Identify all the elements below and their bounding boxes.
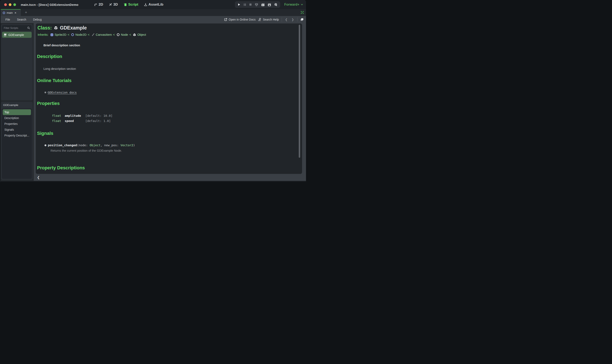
svg-text:DOC: DOC (4, 35, 6, 36)
zoom-window-button[interactable] (13, 3, 16, 6)
node-icon (117, 33, 120, 36)
sprite2d-icon (50, 33, 54, 36)
filter-scripts-box[interactable] (2, 25, 32, 31)
mode-assetlib-button[interactable]: AssetLib (144, 2, 164, 7)
properties-heading: Properties (37, 101, 60, 106)
class-label: Class: (37, 25, 52, 31)
tab-label: main (7, 11, 13, 14)
close-window-button[interactable] (4, 3, 7, 6)
property-type-link[interactable]: float (52, 114, 61, 117)
svg-text:DOC: DOC (258, 20, 261, 21)
signal-bullet-icon (44, 144, 46, 146)
outline-item-signals[interactable]: Signals (3, 127, 31, 132)
outline-list: Top Description Properties Signals Prope… (2, 108, 32, 179)
vertical-scrollbar[interactable] (299, 25, 300, 158)
object-cube-icon (54, 26, 58, 30)
scripts-dock: DOC GDExample GDExample Top Description … (0, 23, 34, 181)
pause-button[interactable] (244, 3, 246, 6)
play-current-scene-button[interactable] (261, 3, 264, 6)
outline-header: GDExample (1, 102, 33, 108)
canvasitem-brush-icon (91, 33, 95, 36)
search-icon (27, 26, 30, 29)
menu-bar-right: Open in Online Docs DOC Search Help ❮ ❯ (224, 16, 304, 23)
tutorial-link-line: GDExtension docs (44, 91, 77, 94)
tab-close-icon[interactable]: ✕ (14, 12, 16, 14)
property-type-link[interactable]: float (52, 119, 61, 123)
open-online-docs-button[interactable]: Open in Online Docs (224, 18, 255, 21)
title-bar: main.tscn - [Docs] GDExtensionDemo 2D 3D… (0, 0, 306, 9)
godot-editor-window: main.tscn - [Docs] GDExtensionDemo 2D 3D… (0, 0, 306, 182)
outline-item-top[interactable]: Top (3, 109, 31, 115)
movie-maker-mode-button[interactable] (274, 3, 278, 6)
long-description: Long description section (43, 67, 76, 70)
class-doc-icon: DOC (3, 33, 7, 36)
outline-item-properties[interactable]: Properties (3, 121, 31, 127)
menu-file[interactable]: File (5, 18, 10, 21)
outline-item-description[interactable]: Description (3, 115, 31, 121)
mode-3d-button[interactable]: 3D (109, 2, 118, 7)
signal-signature: position_changed(node: Object, new_pos: … (48, 143, 135, 147)
renderer-selector[interactable]: Forward+ (284, 3, 303, 6)
signal-arg-type-link[interactable]: Object (90, 143, 100, 147)
mode-2d-button[interactable]: 2D (94, 2, 103, 7)
play-button[interactable] (237, 3, 240, 6)
script-editor-body: DOC GDExample GDExample Top Description … (0, 23, 306, 182)
signal-arg-type-link[interactable]: Vector2 (120, 143, 133, 147)
history-forward-button[interactable]: ❯ (291, 18, 294, 21)
assetlib-download-icon (144, 3, 147, 6)
window-controls (4, 3, 16, 6)
class-reference-view: Class: GDExample Inherits: Sprite2D < No… (36, 24, 302, 174)
inherits-link-node[interactable]: Node (121, 33, 128, 36)
inherits-link-object[interactable]: Object (137, 33, 146, 36)
play-custom-scene-button[interactable] (268, 3, 271, 6)
window-left-edge (0, 9, 1, 182)
2d-mode-icon (94, 3, 97, 6)
property-name-link[interactable]: speed (65, 119, 74, 123)
scripts-panel: DOC GDExample (1, 24, 33, 100)
inherits-line: Inherits: Sprite2D < Node2D < CanvasItem… (38, 33, 146, 36)
script-mode-icon (123, 3, 127, 6)
play-scene-button[interactable] (255, 3, 258, 6)
separator (297, 17, 297, 22)
collapse-scripts-panel-button[interactable]: ❮ (37, 175, 40, 179)
inherits-link-canvasitem[interactable]: CanvasItem (96, 33, 112, 36)
filter-scripts-input[interactable] (4, 26, 27, 29)
mode-script-button[interactable]: Script (123, 2, 138, 7)
window-title: main.tscn - [Docs] GDExtensionDemo (21, 3, 78, 6)
property-name-link[interactable]: amplitude (65, 114, 81, 117)
script-item-gdexample[interactable]: DOC GDExample (2, 32, 32, 38)
class-outline-panel: GDExample Top Description Properties Sig… (1, 102, 33, 180)
stop-button[interactable] (249, 3, 252, 6)
outline-item-property-descriptions[interactable]: Property Descript... (3, 132, 31, 138)
menu-search[interactable]: Search (17, 18, 26, 21)
minimize-window-button[interactable] (9, 3, 12, 6)
search-help-icon: DOC (258, 18, 261, 21)
class-name: GDExample (60, 25, 87, 31)
property-default-value: [default: 1.0] (85, 119, 111, 123)
tab-main[interactable]: main ✕ (1, 9, 21, 16)
property-row-amplitude: float amplitude [default: 10.0] (36, 114, 302, 119)
signal-name-link[interactable]: position_changed (48, 143, 77, 147)
add-tab-button[interactable]: + (23, 10, 29, 15)
expand-editor-button[interactable] (301, 11, 304, 14)
gdextension-docs-link[interactable]: GDExtension docs (48, 91, 77, 94)
signal-row: position_changed(node: Object, new_pos: … (44, 143, 135, 147)
script-list: DOC GDExample (2, 32, 32, 38)
signals-heading: Signals (37, 131, 53, 136)
toggle-scripts-panel-button[interactable] (300, 18, 304, 21)
menu-debug[interactable]: Debug (33, 18, 42, 21)
renderer-label: Forward+ (284, 3, 299, 6)
scene-tab-bar: main ✕ + (0, 9, 306, 16)
search-help-button[interactable]: DOC Search Help (258, 18, 279, 21)
online-tutorials-heading: Online Tutorials (37, 78, 71, 83)
inherits-link-sprite2d[interactable]: Sprite2D (55, 33, 66, 36)
node2d-scene-icon (3, 12, 5, 14)
3d-mode-icon (109, 3, 112, 6)
external-link-icon (224, 18, 227, 21)
class-title-line: Class: GDExample (37, 25, 87, 31)
history-back-button[interactable]: ❮ (285, 18, 288, 21)
property-row-speed: float speed [default: 1.0] (36, 119, 302, 124)
inherits-link-node2d[interactable]: Node2D (75, 33, 86, 36)
title-bar-right: Forward+ (235, 0, 303, 9)
bullet-icon (44, 92, 46, 93)
